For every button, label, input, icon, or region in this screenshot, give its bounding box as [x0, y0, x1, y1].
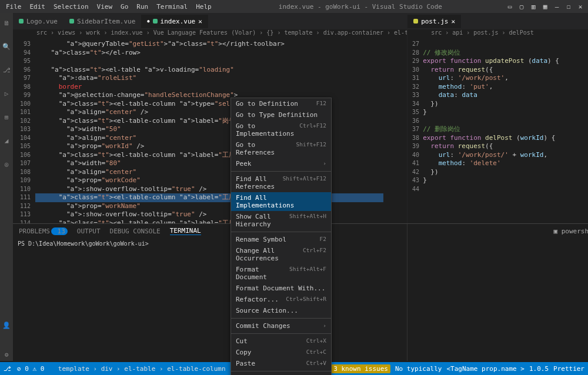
code-line[interactable]: url: '/work/post',: [423, 74, 588, 83]
terminal-toolbar: ▣ powershell ＋ ▯ 🗑 ⋯ ∧ ✕: [407, 224, 588, 238]
menu-terminal[interactable]: Terminal: [153, 2, 191, 12]
breadcrumb-left[interactable]: src › views › work › index.vue › Vue Lan…: [13, 29, 407, 40]
menu-item[interactable]: Find All ReferencesShift+Alt+F12: [231, 173, 331, 192]
git-icon[interactable]: ⎇: [0, 63, 13, 76]
menu-label: Cut: [236, 337, 248, 345]
code-line[interactable]: [423, 40, 588, 49]
tab-index.vue[interactable]: index.vue ✕: [141, 15, 208, 28]
menu-item[interactable]: CutCtrl+X: [231, 336, 331, 347]
menu-item[interactable]: Commit Changes›: [231, 320, 331, 332]
status-breadcrumb[interactable]: template › div › el-table › el-table-col…: [44, 365, 239, 373]
menu-item[interactable]: Show Call HierarchyShift+Alt+H: [231, 211, 331, 230]
search-icon[interactable]: 🔍: [0, 40, 13, 53]
code-line[interactable]: "a">class="t"><el-table "a">v-loading="l…: [35, 66, 383, 75]
layout-icon[interactable]: ▭: [506, 3, 514, 11]
menu-item[interactable]: Peek›: [231, 158, 331, 169]
menu-item[interactable]: Go to ImplementationsCtrl+F12: [231, 120, 331, 139]
close-tab-icon[interactable]: ✕: [451, 18, 455, 25]
code-line[interactable]: }): [423, 100, 588, 109]
line-number: 36: [407, 117, 419, 126]
code-line[interactable]: [423, 185, 588, 194]
menu-item[interactable]: Source Action...: [231, 305, 331, 316]
menu-item[interactable]: Format DocumentShift+Alt+F: [231, 264, 331, 283]
editor-right[interactable]: 272829303132333435363738394041424344 // …: [407, 40, 588, 223]
status-item[interactable]: 1.0.5: [529, 365, 549, 373]
menu-item[interactable]: Go to Type Definition: [231, 109, 331, 120]
menu-file[interactable]: File: [2, 2, 25, 12]
menu-item[interactable]: Go to DefinitionF12: [231, 98, 331, 109]
code-line[interactable]: export function delPost (workId) {: [423, 134, 588, 143]
panel-tab-output[interactable]: OUTPUT: [77, 227, 101, 235]
status-item[interactable]: Prettier: [553, 365, 584, 373]
maximize-icon[interactable]: ☐: [564, 3, 573, 11]
code-line[interactable]: "a">:data="roleList": [35, 74, 383, 83]
code-line[interactable]: export function updatePost (data) {: [423, 57, 588, 66]
status-item[interactable]: ⊘ 0 ⚠ 0: [17, 365, 44, 373]
menu-item[interactable]: Refactor...Ctrl+Shift+R: [231, 294, 331, 305]
debug-icon[interactable]: ▷: [0, 87, 13, 100]
menu-shortcut: Ctrl+F2: [303, 247, 326, 262]
code-line[interactable]: data: data: [423, 91, 588, 100]
tab-post.js[interactable]: post.js ✕: [407, 15, 461, 28]
panel-tab-terminal[interactable]: TERMINAL: [170, 227, 201, 235]
menu-help[interactable]: Help: [192, 2, 215, 12]
code-line[interactable]: }: [423, 176, 588, 185]
breadcrumb-right[interactable]: src › api › post.js › delPost: [407, 29, 588, 40]
tab-SidebarItem.vue[interactable]: SidebarItem.vue: [64, 15, 141, 28]
sidebar-icon[interactable]: ▥: [529, 3, 537, 11]
minimap-left[interactable]: [383, 40, 407, 223]
code-line[interactable]: border: [35, 83, 383, 92]
code-line[interactable]: // 修改岗位: [423, 49, 588, 58]
status-item[interactable]: No typically: [395, 365, 442, 373]
terminal-output[interactable]: PS D:\Idea\Homework\goWork\goWork-ui>: [13, 238, 407, 249]
code-line[interactable]: return request({: [423, 66, 588, 75]
menu-item[interactable]: Format Document With...: [231, 283, 331, 294]
close-icon[interactable]: ✕: [576, 3, 584, 11]
code-line[interactable]: method: 'delete': [423, 159, 588, 168]
code-line[interactable]: "a">class="t"></el-row>: [35, 49, 383, 58]
menu-run[interactable]: Run: [133, 2, 152, 12]
customize-icon[interactable]: ▦: [541, 3, 549, 11]
gear-icon[interactable]: ⚙: [0, 348, 13, 361]
code-line[interactable]: url: '/work/post/' + workId,: [423, 151, 588, 160]
menu-selection[interactable]: Selection: [50, 2, 92, 12]
tab-Logo.vue[interactable]: Logo.vue: [13, 15, 64, 28]
menu-go[interactable]: Go: [117, 2, 132, 12]
minimize-icon[interactable]: —: [553, 3, 561, 11]
menu-label: Commit Changes: [236, 322, 290, 330]
menu-item[interactable]: CopyCtrl+C: [231, 347, 331, 358]
status-item[interactable]: <TagName prop.name >: [446, 365, 524, 373]
code-line[interactable]: [423, 117, 588, 126]
explorer-icon[interactable]: 🗎: [0, 16, 13, 29]
menu-item[interactable]: PasteCtrl+V: [231, 358, 331, 369]
extensions-icon[interactable]: ⊞: [0, 111, 13, 123]
panel-tab-debug console[interactable]: DEBUG CONSOLE: [110, 227, 161, 235]
code-line[interactable]: [35, 57, 383, 66]
menu-edit[interactable]: Edit: [26, 2, 49, 12]
chatgpt-icon[interactable]: ◎: [0, 158, 13, 170]
menu-shortcut: Shift+F12: [296, 141, 326, 156]
window-controls: ▭ ▢ ▥ ▦ — ☐ ✕: [506, 3, 588, 11]
code-line[interactable]: // 删除岗位: [423, 125, 588, 134]
menu-item[interactable]: Go to ReferencesShift+F12: [231, 139, 331, 158]
status-item[interactable]: 3 known issues: [331, 364, 390, 373]
menu-shortcut: ›: [323, 322, 326, 330]
shell-label[interactable]: ▣ powershell: [553, 227, 588, 235]
code-line[interactable]: }): [423, 168, 588, 177]
close-tab-icon[interactable]: ✕: [198, 18, 202, 25]
code-line[interactable]: }: [423, 108, 588, 117]
code-line[interactable]: method: 'put',: [423, 83, 588, 92]
docker-icon[interactable]: ◢: [0, 134, 13, 147]
menu-shortcut: Shift+Alt+H: [289, 213, 326, 228]
code-line[interactable]: "a">@queryTable="getList">"a">class="t">…: [35, 40, 383, 49]
status-item[interactable]: ⎇: [4, 365, 11, 373]
menu-item[interactable]: Change All OccurrencesCtrl+F2: [231, 245, 331, 264]
code-line[interactable]: return request({: [423, 142, 588, 151]
panel-icon[interactable]: ▢: [517, 3, 526, 11]
menu-view[interactable]: View: [93, 2, 116, 12]
menu-item[interactable]: Rename SymbolF2: [231, 234, 331, 245]
editor-left[interactable]: 9394959697989910010110210310410510610710…: [13, 40, 407, 223]
account-icon[interactable]: 👤: [0, 319, 13, 332]
panel-tab-problems[interactable]: PROBLEMS 13: [19, 227, 68, 235]
menu-item[interactable]: Find All Implementations: [231, 192, 331, 211]
